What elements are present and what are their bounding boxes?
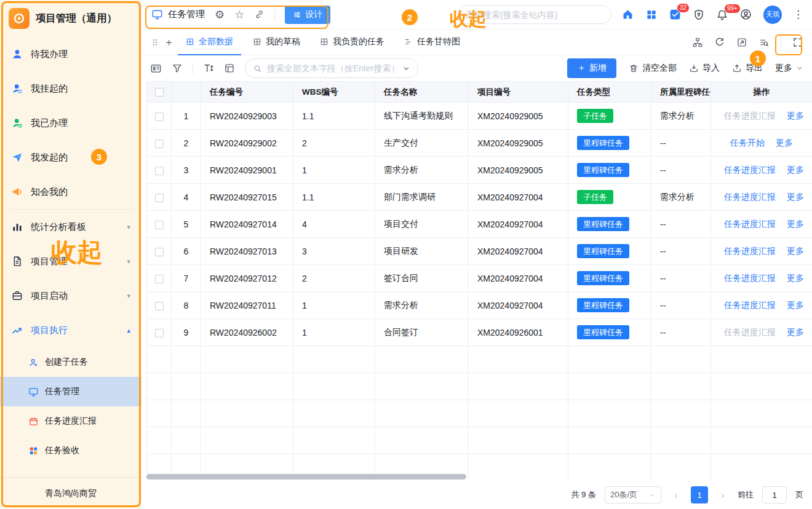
sidebar-item-cc-me[interactable]: 知会我的	[0, 175, 141, 209]
row-action-link[interactable]: 任务进度汇报	[724, 300, 776, 310]
megaphone-icon	[11, 186, 23, 198]
user-avatar[interactable]: 天琪	[763, 6, 782, 24]
filter-funnel-icon[interactable]	[172, 63, 183, 74]
row-checkbox[interactable]	[155, 221, 164, 229]
goto-page-input[interactable]	[762, 486, 787, 503]
tab-my-drafts[interactable]: 我的草稿	[245, 30, 308, 55]
row-action-link[interactable]: 任务进度汇报	[724, 192, 776, 202]
add-button[interactable]: ＋ 新增	[567, 58, 616, 78]
wbs-cell: 1	[293, 157, 375, 184]
sidebar-item-task-mgmt[interactable]: 任务管理	[0, 377, 141, 406]
chevron-down-icon[interactable]	[402, 65, 410, 73]
row-action-link[interactable]: 任务进度汇报	[724, 111, 776, 120]
form-settings-icon[interactable]	[224, 63, 235, 74]
row-more-link[interactable]: 更多	[787, 111, 804, 120]
column-header[interactable]: WBS编号	[293, 82, 375, 103]
global-search-input[interactable]	[466, 10, 603, 20]
tasks-check-icon[interactable]: 32	[669, 8, 682, 21]
view-card-icon[interactable]	[150, 63, 162, 74]
table-search-input[interactable]	[267, 63, 397, 73]
row-action-link[interactable]: 任务进度汇报	[724, 273, 776, 283]
row-height-icon[interactable]	[203, 63, 214, 74]
row-more-link[interactable]: 更多	[787, 246, 804, 256]
sidebar-item-task-progress-report[interactable]: 任务进度汇报	[0, 406, 141, 436]
add-view-icon[interactable]: ＋	[164, 35, 174, 49]
sidebar-group-project-start[interactable]: 项目启动 ▾	[0, 278, 141, 313]
person-icon	[11, 48, 23, 60]
row-action-link[interactable]: 任务开始	[730, 138, 765, 148]
row-checkbox[interactable]	[155, 167, 164, 175]
next-page-button[interactable]: ›	[717, 490, 729, 500]
row-action-link[interactable]: 任务进度汇报	[724, 327, 776, 337]
sidebar-item-my-suspended[interactable]: 我挂起的	[0, 71, 141, 106]
apps-grid-icon[interactable]	[645, 9, 658, 21]
sidebar-group-analytics[interactable]: 统计分析看板 ▾	[0, 210, 141, 244]
design-button[interactable]: 设计	[285, 6, 330, 24]
sidebar-group-project-mgmt[interactable]: 项目管理 ▾	[0, 244, 141, 278]
more-dots-icon[interactable]: ⋮	[793, 8, 803, 21]
row-more-link[interactable]: 更多	[776, 138, 793, 148]
design-button-label: 设计	[305, 9, 322, 20]
row-more-link[interactable]: 更多	[787, 219, 804, 229]
home-icon[interactable]	[621, 8, 634, 21]
column-header[interactable]: 任务名称	[375, 82, 469, 103]
row-checkbox[interactable]	[155, 275, 164, 283]
horizontal-scrollbar[interactable]	[146, 474, 812, 479]
current-page-button[interactable]: 1	[691, 486, 708, 503]
row-checkbox[interactable]	[155, 248, 164, 256]
import-button[interactable]: 导入	[689, 63, 720, 74]
tab-my-tasks[interactable]: 我负责的任务	[312, 30, 392, 55]
column-header[interactable]: 任务编号	[201, 82, 293, 103]
more-button[interactable]: 更多	[775, 63, 803, 74]
row-more-link[interactable]: 更多	[787, 192, 804, 202]
tab-all-data[interactable]: 全部数据	[178, 30, 241, 55]
row-checkbox[interactable]	[155, 112, 164, 121]
sidebar-item-create-subtask[interactable]: 创建子任务	[0, 347, 141, 377]
row-checkbox[interactable]	[155, 140, 164, 148]
column-header[interactable]: 所属里程碑任务	[651, 82, 711, 103]
drag-handle-icon[interactable]	[150, 37, 160, 47]
prev-page-button[interactable]: ‹	[670, 490, 682, 500]
global-search[interactable]	[458, 5, 611, 24]
row-checkbox[interactable]	[155, 329, 164, 337]
select-all-checkbox[interactable]	[155, 88, 164, 97]
table-search[interactable]	[245, 58, 418, 78]
refresh-icon[interactable]	[714, 37, 725, 48]
page-size-select[interactable]: 20条/页	[605, 486, 661, 503]
column-header[interactable]: 项目编号	[469, 82, 568, 103]
row-more-link[interactable]: 更多	[787, 273, 804, 283]
report-icon[interactable]	[736, 37, 747, 48]
row-more-link[interactable]: 更多	[787, 300, 804, 310]
column-header[interactable]: 任务类型	[568, 82, 651, 103]
fullscreen-icon[interactable]	[792, 37, 803, 48]
scrollbar-thumb[interactable]	[146, 474, 466, 479]
row-checkbox[interactable]	[155, 302, 164, 310]
search-list-icon[interactable]	[758, 37, 770, 48]
pagination-bar: 共 9 条 20条/页 ‹ 1 › 前往 页	[141, 481, 812, 509]
sidebar-item-task-acceptance[interactable]: 任务验收	[0, 436, 141, 465]
row-action-link[interactable]: 任务进度汇报	[724, 246, 776, 256]
workflow-icon[interactable]	[692, 37, 703, 48]
sidebar-group-project-exec[interactable]: 项目执行 ▴	[0, 313, 141, 347]
settings-gear-icon[interactable]: ⚙	[215, 9, 225, 20]
favorite-star-icon[interactable]: ☆	[234, 9, 244, 20]
row-checkbox[interactable]	[155, 194, 164, 202]
clear-all-button[interactable]: 清空全部	[629, 63, 677, 74]
row-more-link[interactable]: 更多	[787, 165, 804, 175]
link-icon[interactable]	[254, 9, 265, 20]
row-more-link[interactable]: 更多	[787, 327, 804, 337]
project-no-cell: XM20240927004	[469, 292, 568, 319]
sidebar-item-my-done[interactable]: 我已办理	[0, 106, 141, 140]
sidebar-item-label: 任务验收	[45, 445, 79, 456]
export-button[interactable]: 导出	[732, 63, 763, 74]
row-action-link[interactable]: 任务进度汇报	[724, 165, 776, 175]
security-shield-icon[interactable]	[693, 9, 705, 21]
row-action-link[interactable]: 任务进度汇报	[724, 219, 776, 229]
notification-bell-icon[interactable]: 99+	[716, 9, 728, 21]
sidebar-item-my-initiated[interactable]: 我发起的	[0, 140, 141, 175]
tab-gantt[interactable]: 任务甘特图	[396, 30, 468, 55]
sidebar-item-my-todo[interactable]: 待我办理	[0, 37, 141, 71]
contacts-icon[interactable]	[739, 8, 752, 21]
table-row: 6 RW20240927013 3 项目研发 XM20240927004 里程碑…	[147, 238, 812, 265]
task-type-cell: 里程碑任务	[568, 265, 651, 292]
